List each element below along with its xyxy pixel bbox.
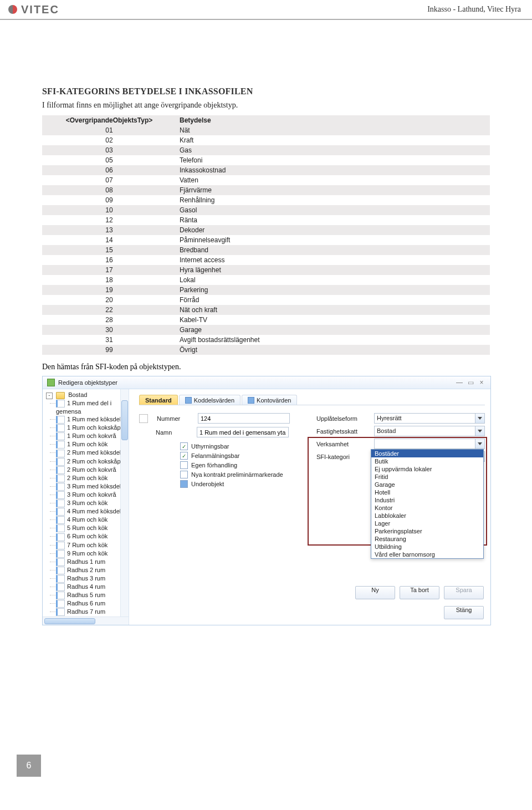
select-option[interactable]: Garage: [371, 481, 483, 488]
select-option[interactable]: Industri: [371, 496, 483, 504]
leaf-icon: [56, 608, 65, 616]
tree-item[interactable]: 7 Rum och kök: [56, 541, 129, 549]
button-ta-bort[interactable]: Ta bort: [400, 586, 439, 599]
app-title: Redigera objektstyper: [58, 379, 117, 386]
checkbox-icon: [180, 461, 188, 469]
tree-item[interactable]: 1 Rum med köksdel: [56, 415, 129, 424]
table-row: 15Bredband: [42, 245, 490, 255]
select-option[interactable]: Vård eller barnomsorg: [371, 551, 483, 558]
input-nummer[interactable]: [198, 413, 290, 424]
tree-item[interactable]: Radhus 3 rum: [56, 574, 129, 583]
tree-item[interactable]: 1 Rum och kök: [56, 440, 129, 449]
cell-label: Övrigt: [176, 345, 490, 355]
tree-item-label: Radhus 1 rum: [67, 558, 105, 565]
leaf-icon: [56, 450, 65, 457]
checkbox-uthyrningsbar[interactable]: Uthyrningsbar: [180, 442, 305, 450]
cell-label: Gas: [176, 145, 490, 155]
cell-code: 22: [42, 305, 176, 315]
tree-item[interactable]: Radhus 7 rum: [56, 608, 129, 616]
select-option[interactable]: Kontor: [371, 504, 483, 512]
checkbox-underobjekt[interactable]: Underobjekt: [180, 480, 305, 488]
cell-label: Telefoni: [176, 155, 490, 165]
tree-item[interactable]: Radhus 4 rum: [56, 583, 129, 591]
intro-paragraph: I filformat finns en möjlighet att ange …: [42, 101, 490, 110]
cell-label: Internet access: [176, 255, 490, 265]
tab-standard[interactable]: Standard: [139, 395, 178, 405]
select-sfi-popup[interactable]: BostäderButikEj uppvärmda lokalerFritidG…: [371, 449, 484, 559]
window-restore-icon[interactable]: ▭: [466, 379, 475, 386]
leaf-icon: [56, 508, 65, 516]
tree-item[interactable]: 2 Rum och kokvrå: [56, 466, 129, 474]
leaf-icon: [56, 466, 65, 474]
select-option[interactable]: Restaurang: [371, 535, 483, 543]
select-option[interactable]: Labblokaler: [371, 512, 483, 519]
tree-item[interactable]: Radhus 1 rum: [56, 558, 129, 566]
select-upplatelseform[interactable]: Hyresrätt: [374, 413, 485, 424]
tree-item[interactable]: 2 Rum och kokskåp: [56, 457, 129, 466]
app-icon: [47, 379, 55, 386]
button-spara[interactable]: Spara: [444, 586, 484, 599]
tree-item[interactable]: 3 Rum med köksdel: [56, 482, 129, 491]
tree-item[interactable]: 1 Rum och kokvrå: [56, 432, 129, 440]
select-option[interactable]: Lager: [371, 519, 483, 527]
sentence-2: Den hämtas från SFI-koden på objektstype…: [42, 363, 490, 371]
cell-label: Fjärrvärme: [176, 185, 490, 195]
tree-item[interactable]: 9 Rum och kök: [56, 549, 129, 558]
tree-item[interactable]: 4 Rum och kök: [56, 516, 129, 524]
select-fastighetsskatt[interactable]: Bostad: [374, 426, 485, 436]
tree-item[interactable]: Radhus 6 rum: [56, 599, 129, 608]
cell-label: Förråd: [176, 295, 490, 305]
cell-code: 31: [42, 335, 176, 345]
table-row: 08Fjärrvärme: [42, 185, 490, 195]
tree-item[interactable]: 1 Rum med del i gemensa: [56, 399, 129, 415]
leaf-icon: [56, 400, 65, 407]
form-icon: [139, 414, 148, 423]
tree-item[interactable]: 3 Rum och kokvrå: [56, 491, 129, 499]
select-option[interactable]: Ej uppvärmda lokaler: [371, 465, 483, 473]
input-namn[interactable]: [197, 427, 289, 437]
expand-icon[interactable]: -: [46, 393, 53, 399]
checkbox-nya-kontrakt[interactable]: Nya kontrakt preliminärmarkerade: [180, 471, 305, 478]
leaf-icon: [56, 416, 65, 424]
app-titlebar[interactable]: Redigera objektstyper — ▭ ×: [43, 376, 490, 389]
label-fastighetsskatt: Fastighetsskatt: [316, 428, 374, 435]
tree-item[interactable]: 1 Rum och kokskåp: [56, 424, 129, 432]
tree-item[interactable]: Radhus 5 rum: [56, 591, 129, 599]
tab-kontovarden[interactable]: Kontovärden: [242, 395, 297, 405]
select-option[interactable]: Fritid: [371, 473, 483, 481]
tree-scrollbar-h[interactable]: [43, 617, 129, 625]
tree-scrollbar-v[interactable]: [120, 389, 129, 617]
page-number: 6: [17, 755, 41, 777]
tree-item[interactable]: 3 Rum och kök: [56, 499, 129, 507]
window-close-icon[interactable]: ×: [477, 379, 486, 386]
select-option[interactable]: Utbildning: [371, 543, 483, 551]
select-option[interactable]: Bostäder: [371, 450, 483, 457]
leaf-icon: [56, 441, 65, 449]
tree-item[interactable]: 2 Rum och kök: [56, 474, 129, 482]
button-stang[interactable]: Stäng: [444, 606, 484, 619]
button-ny[interactable]: Ny: [355, 586, 395, 599]
folder-icon: [56, 392, 65, 399]
cell-code: 10: [42, 205, 176, 215]
chevron-down-icon[interactable]: [475, 413, 485, 424]
window-minimize-icon[interactable]: —: [455, 379, 464, 386]
chevron-down-icon[interactable]: [475, 426, 485, 436]
checkbox-felanmalningsbar[interactable]: Felanmälningsbar: [180, 452, 305, 460]
tree-item[interactable]: Radhus 2 rum: [56, 566, 129, 574]
cell-code: 06: [42, 165, 176, 175]
tree-item[interactable]: 4 Rum med köksdel: [56, 507, 129, 516]
select-option[interactable]: Butik: [371, 457, 483, 465]
checkbox-egen-forhandling[interactable]: Egen förhandling: [180, 461, 305, 469]
select-option[interactable]: Parkeringsplatser: [371, 527, 483, 535]
cell-code: 30: [42, 325, 176, 335]
tree-root-node[interactable]: - Bostad: [46, 391, 129, 399]
tab-koddelsvarden[interactable]: Koddelsvärden: [179, 395, 241, 405]
tree-item[interactable]: 6 Rum och kök: [56, 532, 129, 541]
tree-item-label: Radhus 4 rum: [67, 583, 105, 590]
tree-item[interactable]: 5 Rum och kök: [56, 524, 129, 532]
table-row: 28Kabel-TV: [42, 315, 490, 325]
cell-label: Renhållning: [176, 195, 490, 205]
tree-item[interactable]: 2 Rum med köksdel: [56, 449, 129, 457]
select-option[interactable]: Hotell: [371, 488, 483, 496]
leaf-icon: [56, 524, 65, 532]
